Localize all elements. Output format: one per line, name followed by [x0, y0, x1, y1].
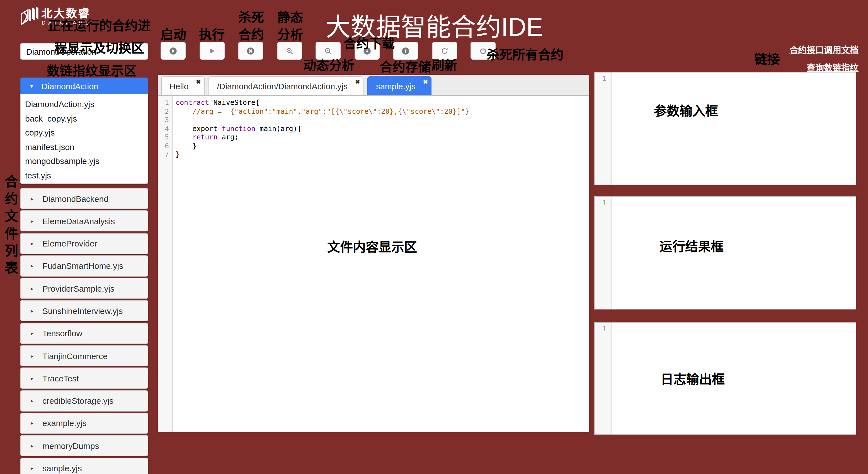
sidebar-item-memorydumps[interactable]: ▸memoryDumps: [20, 435, 148, 456]
chevron-down-icon: ▾: [30, 82, 33, 89]
file-item[interactable]: test.yjs: [21, 168, 148, 182]
run-result-panel[interactable]: 1 运行结果框: [594, 196, 856, 309]
line-number-gutter: 1: [595, 72, 612, 185]
file-item[interactable]: manifest.json: [21, 140, 148, 154]
refresh-icon: [440, 47, 448, 55]
log-output-editor[interactable]: 日志输出框: [612, 323, 856, 435]
annotation-start-label: 启动: [160, 24, 186, 43]
sidebar-item-elemedataanalysis[interactable]: ▸ElemeDataAnalysis: [20, 210, 148, 232]
sidebar-item-tracetest[interactable]: ▸TraceTest: [20, 368, 148, 389]
process-switcher-input[interactable]: [20, 43, 148, 60]
brand-name: 北大数睿: [41, 4, 90, 21]
line-number-gutter: 1: [595, 197, 612, 309]
sidebar-item-label: ProviderSample.yjs: [42, 284, 114, 293]
kill-contract-button[interactable]: [238, 42, 263, 60]
sidebar-item-label: memoryDumps: [42, 441, 99, 451]
code-editor[interactable]: 1234567 contract NaiveStore{ //arg = {"a…: [158, 96, 589, 432]
brand-subtitle: DATAWARE: [42, 20, 91, 26]
sidebar-item-diamondbackend[interactable]: ▸DiamondBackend: [20, 188, 148, 209]
sidebar-item-label: example.yjs: [42, 418, 86, 428]
line-number: 4: [158, 124, 172, 133]
sidebar-group-diamondaction[interactable]: ▾ DiamondAction: [20, 78, 148, 94]
sidebar-item-label: credibleStorage.yjs: [42, 396, 114, 406]
sidebar-item-sample-yjs[interactable]: ▸sample.yjs: [20, 457, 148, 474]
file-item[interactable]: back_copy.yjs: [21, 111, 148, 125]
refresh-button[interactable]: [432, 42, 457, 60]
editor-area: Hello✖/DiamondAction/DiamondAction.yjs✖s…: [158, 75, 589, 432]
close-icon[interactable]: ✖: [355, 79, 360, 85]
sidebar-item-fudansmarthome-yjs[interactable]: ▸FudanSmartHome.yjs: [20, 256, 148, 276]
sidebar-item-example-yjs[interactable]: ▸example.yjs: [20, 413, 148, 434]
line-number: 5: [158, 133, 172, 141]
code-line: return arg;: [176, 133, 469, 141]
line-number: 2: [158, 107, 172, 115]
sidebar-item-tianjincommerce[interactable]: ▸TianjinCommerce: [20, 345, 148, 366]
tab-label: Hello: [169, 82, 188, 91]
close-icon[interactable]: ✖: [423, 79, 428, 85]
file-item[interactable]: copy.yjs: [21, 125, 148, 140]
close-icon[interactable]: ✖: [196, 79, 201, 85]
line-number: 1: [158, 98, 172, 107]
store-button[interactable]: [393, 42, 418, 60]
annotation-fingerprint-area: 数链指纹显示区: [47, 60, 136, 79]
start-icon: [169, 47, 177, 55]
chevron-right-icon: ▸: [31, 218, 33, 224]
download-icon: [363, 47, 371, 55]
static-analysis-button[interactable]: [277, 42, 302, 60]
annotation-run-result: 运行结果框: [659, 236, 723, 255]
param-input-panel[interactable]: 1 参数输入框: [594, 72, 856, 185]
sidebar-group-label: DiamondAction: [41, 81, 98, 91]
param-input-editor[interactable]: 参数输入框: [612, 72, 856, 185]
log-output-panel[interactable]: 1 日志输出框: [594, 322, 856, 435]
chevron-right-icon: ▸: [31, 263, 33, 269]
sidebar-item-label: TianjinCommerce: [42, 351, 107, 360]
execute-button[interactable]: [199, 42, 224, 60]
dynamic-analysis-button[interactable]: [315, 42, 341, 60]
link-query-chain-fingerprint[interactable]: 查询数链指纹: [807, 61, 859, 73]
tab-label: sample.yjs: [376, 82, 415, 91]
chevron-right-icon: ▸: [31, 397, 33, 404]
sidebar-item-label: ElemeDataAnalysis: [42, 216, 115, 226]
chevron-right-icon: ▸: [31, 375, 33, 381]
sidebar-item-providersample-yjs[interactable]: ▸ProviderSample.yjs: [20, 278, 148, 299]
tab-label: /DiamondAction/DiamondAction.yjs: [217, 82, 348, 91]
chevron-right-icon: ▸: [31, 330, 33, 336]
tab-hello[interactable]: Hello✖: [161, 77, 205, 95]
tab-sample-yjs[interactable]: sample.yjs✖: [368, 77, 432, 95]
sidebar-item-elemeprovider[interactable]: ▸ElemeProvider: [20, 233, 148, 254]
chevron-right-icon: ▸: [31, 420, 33, 426]
annotation-file-list-vertical: 合约文件列表: [3, 175, 17, 278]
sidebar-item-crediblestorage-yjs[interactable]: ▸credibleStorage.yjs: [20, 390, 148, 411]
start-button[interactable]: [160, 42, 186, 60]
sidebar-item-tensorflow[interactable]: ▸Tensorflow: [20, 323, 148, 344]
app-root: 北大数睿 DATAWARE 大数据智能合约IDE 正在运行的合约进程显示及切换区…: [0, 0, 868, 474]
dataware-logo-icon: [20, 3, 39, 35]
line-number-gutter: 1234567: [158, 96, 173, 432]
power-button[interactable]: [470, 42, 496, 60]
sidebar-item-label: SunshineInterview.yjs: [42, 306, 123, 316]
annotation-execute-label: 执行: [199, 24, 225, 43]
sidebar-item-sunshineinterview-yjs[interactable]: ▸SunshineInterview.yjs: [20, 300, 148, 322]
power-icon: [479, 47, 487, 55]
code-line: //arg = {"action":"main","arg":"[{\"scor…: [176, 107, 469, 115]
file-list: DiamondAction.yjsback_copy.yjscopy.yjsma…: [20, 94, 148, 184]
execute-icon: [208, 47, 216, 55]
file-item[interactable]: mongodbsample.yjs: [21, 154, 148, 168]
file-item[interactable]: DiamondAction.yjs: [21, 97, 148, 111]
line-number: 6: [158, 141, 172, 150]
code-line: contract NaiveStore{: [176, 98, 469, 107]
line-number: 1: [595, 74, 611, 83]
tab-diamondaction-diamondaction-yjs[interactable]: /DiamondAction/DiamondAction.yjs✖: [209, 77, 364, 95]
link-contract-api-doc[interactable]: 合约接口调用文档: [789, 43, 859, 55]
line-number: 1: [595, 325, 611, 333]
page-title: 大数据智能合约IDE: [326, 7, 543, 43]
toolbar: [160, 42, 496, 60]
code-line: }: [176, 150, 469, 159]
chevron-right-icon: ▸: [31, 353, 33, 359]
annotation-kill-contract-label: 杀死合约: [238, 9, 264, 43]
run-result-editor[interactable]: 运行结果框: [612, 197, 856, 309]
annotation-log-output: 日志输出框: [661, 368, 725, 388]
download-button[interactable]: [354, 42, 379, 60]
tab-bar: Hello✖/DiamondAction/DiamondAction.yjs✖s…: [158, 75, 589, 96]
chevron-right-icon: ▸: [31, 465, 33, 471]
